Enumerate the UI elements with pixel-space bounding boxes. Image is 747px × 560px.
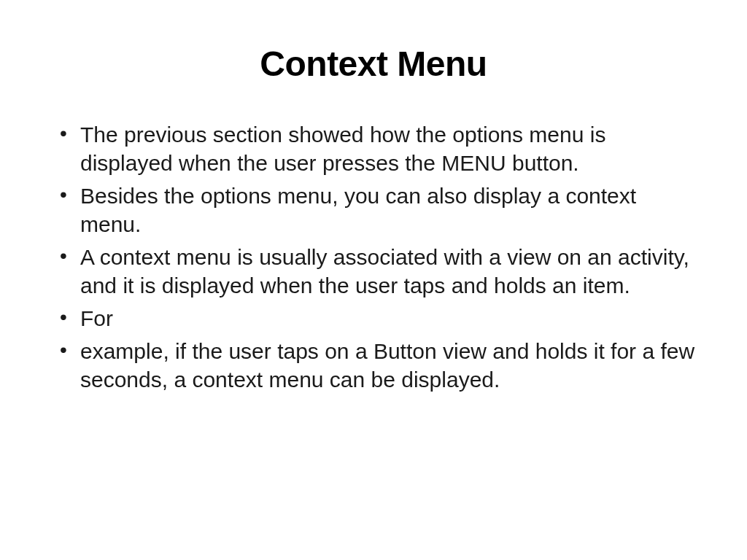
list-item: Besides the options menu, you can also d… — [51, 182, 696, 238]
list-item: The previous section showed how the opti… — [51, 120, 696, 177]
list-item: For — [51, 304, 696, 332]
list-item: example, if the user taps on a Button vi… — [51, 337, 696, 394]
bullet-list: The previous section showed how the opti… — [51, 120, 696, 394]
slide-title: Context Menu — [51, 44, 696, 84]
list-item: A context menu is usually associated wit… — [51, 243, 696, 300]
